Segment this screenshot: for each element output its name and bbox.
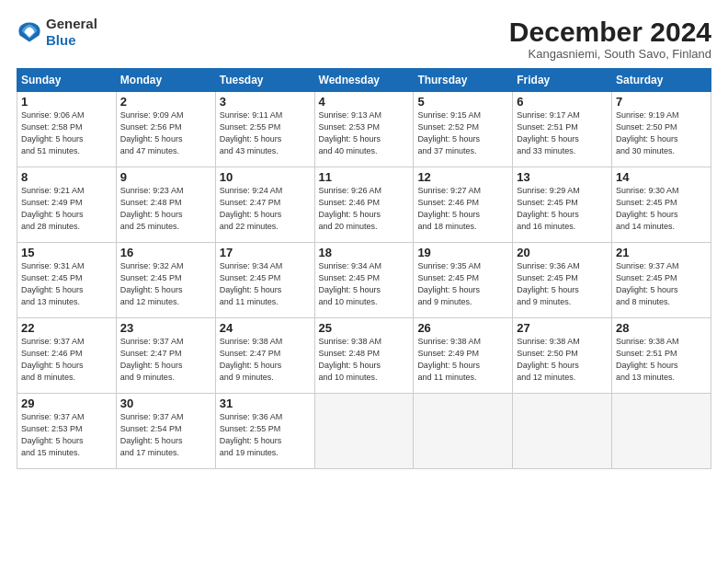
calendar-cell: 14Sunrise: 9:30 AM Sunset: 2:45 PM Dayli… xyxy=(612,167,711,243)
day-info: Sunrise: 9:38 AM Sunset: 2:48 PM Dayligh… xyxy=(319,336,410,384)
day-number: 18 xyxy=(319,246,410,259)
weekday-header-wednesday: Wednesday xyxy=(314,69,414,92)
day-number: 5 xyxy=(417,95,508,109)
day-number: 15 xyxy=(21,246,112,259)
day-number: 3 xyxy=(220,95,311,109)
day-number: 30 xyxy=(120,396,211,410)
day-number: 7 xyxy=(616,95,707,109)
day-number: 14 xyxy=(616,170,707,184)
day-info: Sunrise: 9:32 AM Sunset: 2:45 PM Dayligh… xyxy=(120,260,211,308)
calendar-cell: 6Sunrise: 9:17 AM Sunset: 2:51 PM Daylig… xyxy=(513,92,612,167)
day-number: 27 xyxy=(517,321,608,335)
day-number: 19 xyxy=(417,246,508,259)
calendar-cell: 2Sunrise: 9:09 AM Sunset: 2:56 PM Daylig… xyxy=(116,92,215,167)
calendar-cell: 31Sunrise: 9:36 AM Sunset: 2:55 PM Dayli… xyxy=(215,394,314,469)
day-info: Sunrise: 9:38 AM Sunset: 2:51 PM Dayligh… xyxy=(616,336,707,384)
day-info: Sunrise: 9:34 AM Sunset: 2:45 PM Dayligh… xyxy=(319,260,410,308)
day-number: 11 xyxy=(319,170,410,184)
logo-general: General xyxy=(46,17,97,32)
day-number: 25 xyxy=(319,321,410,335)
calendar-cell: 30Sunrise: 9:37 AM Sunset: 2:54 PM Dayli… xyxy=(116,394,215,469)
calendar-cell: 20Sunrise: 9:36 AM Sunset: 2:45 PM Dayli… xyxy=(513,243,612,318)
day-info: Sunrise: 9:27 AM Sunset: 2:46 PM Dayligh… xyxy=(417,185,508,233)
day-info: Sunrise: 9:34 AM Sunset: 2:45 PM Dayligh… xyxy=(220,260,311,308)
calendar-cell xyxy=(414,394,513,469)
calendar-cell: 3Sunrise: 9:11 AM Sunset: 2:55 PM Daylig… xyxy=(215,92,314,167)
weekday-header-thursday: Thursday xyxy=(414,69,513,92)
calendar-cell: 22Sunrise: 9:37 AM Sunset: 2:46 PM Dayli… xyxy=(17,318,117,394)
calendar-cell: 13Sunrise: 9:29 AM Sunset: 2:45 PM Dayli… xyxy=(513,167,612,243)
calendar-cell: 19Sunrise: 9:35 AM Sunset: 2:45 PM Dayli… xyxy=(414,243,513,318)
day-number: 17 xyxy=(220,246,311,259)
day-info: Sunrise: 9:24 AM Sunset: 2:47 PM Dayligh… xyxy=(220,185,311,233)
logo-text: General Blue xyxy=(46,17,97,49)
calendar-cell xyxy=(612,394,711,469)
day-info: Sunrise: 9:38 AM Sunset: 2:50 PM Dayligh… xyxy=(517,336,608,384)
day-info: Sunrise: 9:17 AM Sunset: 2:51 PM Dayligh… xyxy=(517,109,608,157)
calendar-week-row: 1Sunrise: 9:06 AM Sunset: 2:58 PM Daylig… xyxy=(17,92,711,167)
day-number: 1 xyxy=(21,95,112,109)
day-number: 28 xyxy=(616,321,707,335)
day-number: 23 xyxy=(120,321,211,335)
day-info: Sunrise: 9:29 AM Sunset: 2:45 PM Dayligh… xyxy=(517,185,608,233)
calendar-cell: 5Sunrise: 9:15 AM Sunset: 2:52 PM Daylig… xyxy=(414,92,513,167)
logo: General Blue xyxy=(17,17,97,49)
calendar-cell: 26Sunrise: 9:38 AM Sunset: 2:49 PM Dayli… xyxy=(414,318,513,394)
day-number: 6 xyxy=(517,95,608,109)
day-info: Sunrise: 9:09 AM Sunset: 2:56 PM Dayligh… xyxy=(120,109,211,157)
calendar-cell: 17Sunrise: 9:34 AM Sunset: 2:45 PM Dayli… xyxy=(215,243,314,318)
calendar-cell: 16Sunrise: 9:32 AM Sunset: 2:45 PM Dayli… xyxy=(116,243,215,318)
calendar-cell: 12Sunrise: 9:27 AM Sunset: 2:46 PM Dayli… xyxy=(414,167,513,243)
calendar-cell: 18Sunrise: 9:34 AM Sunset: 2:45 PM Dayli… xyxy=(314,243,414,318)
weekday-header-tuesday: Tuesday xyxy=(215,69,314,92)
calendar-page: General Blue December 2024 Kangasniemi, … xyxy=(0,0,728,563)
header: General Blue December 2024 Kangasniemi, … xyxy=(17,17,711,61)
calendar-cell: 8Sunrise: 9:21 AM Sunset: 2:49 PM Daylig… xyxy=(17,167,117,243)
calendar-week-row: 29Sunrise: 9:37 AM Sunset: 2:53 PM Dayli… xyxy=(17,394,711,469)
calendar-table: SundayMondayTuesdayWednesdayThursdayFrid… xyxy=(17,68,711,469)
day-number: 31 xyxy=(220,396,311,410)
day-info: Sunrise: 9:31 AM Sunset: 2:45 PM Dayligh… xyxy=(21,260,112,308)
day-info: Sunrise: 9:26 AM Sunset: 2:46 PM Dayligh… xyxy=(319,185,410,233)
day-info: Sunrise: 9:21 AM Sunset: 2:49 PM Dayligh… xyxy=(21,185,112,233)
day-info: Sunrise: 9:37 AM Sunset: 2:53 PM Dayligh… xyxy=(21,411,112,459)
calendar-cell: 29Sunrise: 9:37 AM Sunset: 2:53 PM Dayli… xyxy=(17,394,117,469)
calendar-cell: 28Sunrise: 9:38 AM Sunset: 2:51 PM Dayli… xyxy=(612,318,711,394)
calendar-cell: 23Sunrise: 9:37 AM Sunset: 2:47 PM Dayli… xyxy=(116,318,215,394)
day-info: Sunrise: 9:06 AM Sunset: 2:58 PM Dayligh… xyxy=(21,109,112,157)
calendar-cell xyxy=(314,394,414,469)
day-number: 24 xyxy=(220,321,311,335)
day-info: Sunrise: 9:37 AM Sunset: 2:47 PM Dayligh… xyxy=(120,336,211,384)
day-number: 4 xyxy=(319,95,410,109)
logo-blue: Blue xyxy=(46,32,76,48)
calendar-week-row: 22Sunrise: 9:37 AM Sunset: 2:46 PM Dayli… xyxy=(17,318,711,394)
day-info: Sunrise: 9:36 AM Sunset: 2:55 PM Dayligh… xyxy=(220,411,311,459)
day-number: 9 xyxy=(120,170,211,184)
day-info: Sunrise: 9:11 AM Sunset: 2:55 PM Dayligh… xyxy=(220,109,311,157)
day-number: 20 xyxy=(517,246,608,259)
day-info: Sunrise: 9:38 AM Sunset: 2:47 PM Dayligh… xyxy=(220,336,311,384)
calendar-cell: 15Sunrise: 9:31 AM Sunset: 2:45 PM Dayli… xyxy=(17,243,117,318)
day-info: Sunrise: 9:36 AM Sunset: 2:45 PM Dayligh… xyxy=(517,260,608,308)
day-number: 10 xyxy=(220,170,311,184)
calendar-cell: 11Sunrise: 9:26 AM Sunset: 2:46 PM Dayli… xyxy=(314,167,414,243)
day-number: 26 xyxy=(417,321,508,335)
day-info: Sunrise: 9:19 AM Sunset: 2:50 PM Dayligh… xyxy=(616,109,707,157)
logo-icon xyxy=(17,19,42,45)
day-info: Sunrise: 9:35 AM Sunset: 2:45 PM Dayligh… xyxy=(417,260,508,308)
day-info: Sunrise: 9:23 AM Sunset: 2:48 PM Dayligh… xyxy=(120,185,211,233)
calendar-cell xyxy=(513,394,612,469)
calendar-cell: 24Sunrise: 9:38 AM Sunset: 2:47 PM Dayli… xyxy=(215,318,314,394)
weekday-header-friday: Friday xyxy=(513,69,612,92)
day-info: Sunrise: 9:37 AM Sunset: 2:46 PM Dayligh… xyxy=(21,336,112,384)
day-info: Sunrise: 9:37 AM Sunset: 2:45 PM Dayligh… xyxy=(616,260,707,308)
day-number: 8 xyxy=(21,170,112,184)
calendar-week-row: 15Sunrise: 9:31 AM Sunset: 2:45 PM Dayli… xyxy=(17,243,711,318)
day-number: 12 xyxy=(417,170,508,184)
location-subtitle: Kangasniemi, South Savo, Finland xyxy=(509,47,711,61)
calendar-cell: 25Sunrise: 9:38 AM Sunset: 2:48 PM Dayli… xyxy=(314,318,414,394)
title-area: December 2024 Kangasniemi, South Savo, F… xyxy=(509,17,711,61)
calendar-cell: 4Sunrise: 9:13 AM Sunset: 2:53 PM Daylig… xyxy=(314,92,414,167)
day-number: 21 xyxy=(616,246,707,259)
day-number: 29 xyxy=(21,396,112,410)
